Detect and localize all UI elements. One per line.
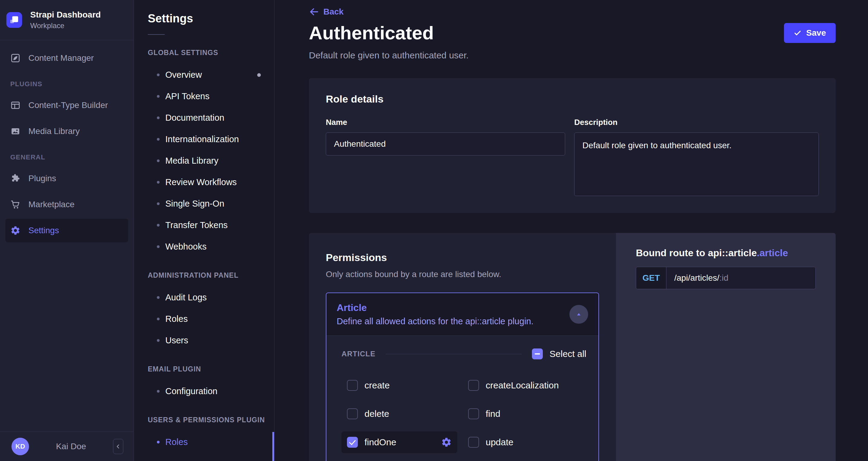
create-checkbox[interactable] (347, 380, 358, 391)
workspace-title: Strapi Dashboard (30, 10, 101, 20)
pencil-square-icon (10, 53, 21, 63)
role-details-card: Role details Name Description Default ro… (309, 78, 836, 213)
permissions-card: Permissions Only actions bound by a rout… (309, 233, 616, 461)
subnav-item-review-workflows[interactable]: Review Workflows (134, 172, 274, 193)
sidebar-section-plugins: PLUGINS (10, 80, 128, 88)
article-group-label: ARTICLE (342, 350, 375, 358)
gear-icon (10, 225, 21, 236)
subnav-section-administration-panel: ADMINISTRATION PANEL (148, 271, 274, 280)
action-find[interactable]: find (463, 403, 579, 425)
subnav-item-admin-roles[interactable]: Roles (134, 308, 274, 330)
route-display: GET /api/articles/:id (636, 267, 816, 289)
select-all-label: Select all (550, 349, 586, 359)
strapi-app: Strapi Dashboard Workplace Content Manag… (0, 0, 868, 461)
subnav-item-api-tokens[interactable]: API Tokens (134, 86, 274, 107)
sidebar-footer: KD Kai Doe (0, 431, 133, 461)
accordion-title: Article (337, 302, 533, 313)
action-update[interactable]: update (463, 431, 579, 453)
sidebar-item-label: Media Library (28, 126, 80, 136)
role-details-title: Role details (326, 93, 819, 105)
collapse-sidebar-button[interactable] (113, 439, 123, 454)
bound-route-title: Bound route to api::article.article (636, 247, 816, 260)
actions-grid: create createLocalization delete (342, 374, 586, 453)
find-checkbox[interactable] (468, 408, 479, 419)
collapse-accordion-button[interactable] (569, 305, 588, 324)
sidebar-item-content-manager[interactable]: Content Manager (5, 46, 128, 70)
sidebar-section-general: GENERAL (10, 153, 128, 161)
article-accordion-header[interactable]: Article Define all allowed actions for t… (327, 293, 598, 336)
route-path: /api/articles/:id (666, 267, 815, 289)
strapi-logo-icon (6, 12, 22, 28)
sidebar-item-label: Content-Type Builder (28, 100, 108, 110)
sidebar-item-label: Content Manager (28, 53, 94, 63)
http-method-badge: GET (636, 267, 666, 289)
bound-route-panel: Bound route to api::article.article GET … (616, 233, 836, 461)
cart-icon (10, 199, 21, 210)
delete-checkbox[interactable] (347, 408, 358, 419)
main-nav: Content Manager PLUGINS Content-Type Bui… (0, 40, 133, 431)
workspace-subtitle: Workplace (30, 22, 101, 30)
createLocalization-checkbox[interactable] (468, 380, 479, 391)
subnav-item-documentation[interactable]: Documentation (134, 107, 274, 128)
subnav-item-configuration[interactable]: Configuration (134, 380, 274, 402)
sidebar-item-label: Plugins (28, 174, 56, 183)
subnav-section-users-permissions-plugin: USERS & PERMISSIONS PLUGIN (148, 416, 274, 424)
chevron-left-icon (115, 443, 122, 450)
avatar[interactable]: KD (11, 438, 29, 455)
back-arrow-icon (309, 7, 319, 17)
subnav-item-transfer-tokens[interactable]: Transfer Tokens (134, 214, 274, 236)
permissions-title: Permissions (326, 252, 599, 263)
sidebar-item-media-library[interactable]: Media Library (5, 119, 128, 143)
workspace-header: Strapi Dashboard Workplace (0, 0, 133, 40)
subnav-item-users[interactable]: Users (134, 330, 274, 351)
sidebar-item-settings[interactable]: Settings (5, 219, 128, 242)
subnav-item-media-library[interactable]: Media Library (134, 150, 274, 172)
active-item-indicator (272, 432, 274, 461)
select-all-checkbox[interactable] (532, 348, 543, 359)
group-divider (385, 354, 522, 354)
name-label: Name (326, 118, 565, 127)
sidebar-item-label: Settings (28, 226, 59, 235)
sidebar-item-plugins[interactable]: Plugins (5, 167, 128, 190)
layout-icon (10, 100, 21, 110)
page-title: Authenticated (309, 23, 434, 42)
subnav-item-internationalization[interactable]: Internationalization (134, 128, 274, 150)
chevron-up-icon (575, 311, 582, 318)
name-field[interactable] (326, 133, 565, 155)
subnav-item-audit-logs[interactable]: Audit Logs (134, 287, 274, 308)
main-sidebar: Strapi Dashboard Workplace Content Manag… (0, 0, 134, 461)
action-create[interactable]: create (342, 374, 457, 396)
page-subtitle: Default role given to authenticated user… (309, 50, 836, 60)
gear-icon (441, 437, 452, 448)
findOne-checkbox[interactable] (347, 437, 358, 448)
description-field[interactable]: Default role given to authenticated user… (574, 133, 819, 196)
action-createLocalization[interactable]: createLocalization (463, 374, 579, 396)
subnav-item-up-roles[interactable]: Roles (134, 431, 274, 453)
article-accordion: Article Define all allowed actions for t… (326, 292, 599, 461)
image-icon (10, 126, 21, 137)
subnav-item-overview[interactable]: Overview (134, 64, 274, 86)
back-link[interactable]: Back (309, 7, 344, 17)
route-param: :id (719, 273, 728, 283)
permissions-subtitle: Only actions bound by a route are listed… (326, 269, 599, 279)
subnav-section-email-plugin: EMAIL PLUGIN (148, 365, 274, 373)
sidebar-item-marketplace[interactable]: Marketplace (5, 193, 128, 216)
main-content: Back Authenticated Save Default role giv… (274, 0, 868, 461)
description-label: Description (574, 118, 819, 127)
article-accordion-body: ARTICLE Select all create (327, 336, 598, 461)
subnav-title: Settings (148, 12, 274, 25)
subnav-section-global-settings: GLOBAL SETTINGS (148, 49, 274, 57)
check-icon (794, 29, 802, 37)
sidebar-item-content-type-builder[interactable]: Content-Type Builder (5, 93, 128, 117)
user-name: Kai Doe (29, 442, 113, 451)
action-findOne[interactable]: findOne (342, 431, 457, 453)
puzzle-icon (10, 173, 21, 183)
save-button[interactable]: Save (784, 23, 836, 43)
subnav-divider (148, 34, 165, 35)
action-delete[interactable]: delete (342, 403, 457, 425)
accordion-description: Define all allowed actions for the api::… (337, 316, 533, 326)
update-checkbox[interactable] (468, 437, 479, 448)
subnav-item-webhooks[interactable]: Webhooks (134, 236, 274, 257)
subnav-item-single-sign-on[interactable]: Single Sign-On (134, 193, 274, 214)
findOne-settings-button[interactable] (441, 437, 452, 448)
